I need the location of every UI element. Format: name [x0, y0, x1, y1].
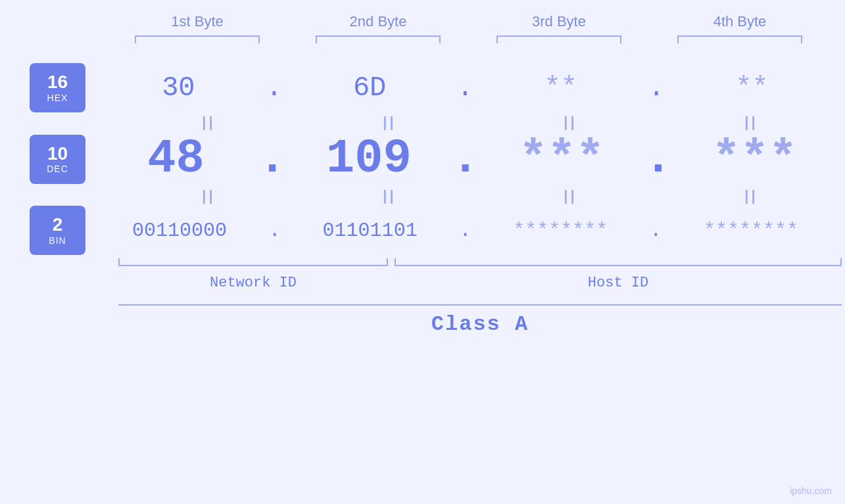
bin-byte4: ******** [679, 219, 823, 242]
eq-sign-3: || [564, 114, 577, 131]
eq-sign-8: || [744, 187, 758, 204]
bin-row: 2 BIN 00110000 . 01101101 . ******** . *… [0, 206, 845, 255]
dec-badge: 10 DEC [30, 135, 85, 184]
dec-byte1: 48 [104, 132, 249, 186]
main-container: 1st Byte 2nd Byte 3rd Byte 4th Byte 16 H… [0, 0, 845, 504]
hex-values: 30 . 6D . ** . ** [85, 72, 845, 104]
top-bracket-row [107, 35, 831, 43]
eq5: || [137, 187, 281, 204]
byte-headers: 1st Byte 2nd Byte 3rd Byte 4th Byte [107, 13, 831, 30]
hex-dot3: . [648, 72, 665, 104]
eq-sign-5: || [202, 187, 215, 204]
hex-row: 16 HEX 30 . 6D . ** . ** [0, 63, 845, 112]
class-row: Class A [118, 304, 842, 336]
bracket-2 [316, 35, 441, 43]
bracket-3 [496, 35, 621, 43]
eq-sign-4: || [744, 114, 758, 131]
dec-badge-number: 10 [47, 144, 68, 164]
host-id-label: Host ID [395, 275, 842, 291]
bin-byte1: 00110000 [107, 219, 252, 242]
class-label: Class A [118, 312, 842, 336]
eq-sign-7: || [564, 187, 577, 204]
dec-byte4: *** [682, 132, 827, 186]
bin-badge: 2 BIN [30, 206, 85, 255]
eq-sign-1: || [202, 114, 215, 131]
host-bracket [395, 258, 842, 266]
eq-sign-6: || [383, 187, 396, 204]
eq1: || [137, 114, 281, 131]
bin-dot1: . [269, 219, 281, 242]
dec-badge-label: DEC [47, 164, 68, 174]
dec-dot2: . [451, 132, 479, 186]
hex-badge-label: HEX [47, 93, 68, 103]
bin-byte2: 01101101 [298, 219, 443, 242]
equals-row-1: || || || || [118, 112, 842, 132]
byte4-label: 4th Byte [667, 13, 812, 30]
eq4: || [679, 114, 824, 131]
hex-badge-number: 16 [47, 72, 68, 93]
eq6: || [318, 187, 462, 204]
network-id-label: Network ID [118, 275, 388, 291]
hex-byte2: 6D [297, 72, 442, 104]
dec-row: 10 DEC 48 . 109 . *** . *** [0, 132, 845, 186]
hex-byte1: 30 [106, 72, 251, 104]
bin-byte3: ******** [488, 219, 633, 242]
byte2-label: 2nd Byte [306, 13, 450, 30]
hex-dot2: . [457, 72, 473, 104]
hex-badge: 16 HEX [30, 63, 85, 112]
eq3: || [498, 114, 643, 131]
bin-badge-number: 2 [53, 215, 63, 235]
dec-byte3: *** [489, 132, 634, 186]
watermark: ipshu.com [790, 486, 832, 496]
dec-dot1: . [258, 132, 287, 186]
hex-byte3: ** [489, 72, 633, 104]
dec-dot3: . [644, 132, 672, 186]
eq-sign-2: || [383, 114, 396, 131]
byte1-label: 1st Byte [125, 13, 270, 30]
eq7: || [498, 187, 643, 204]
bottom-bracket-row [118, 258, 842, 266]
bin-dot2: . [459, 219, 471, 242]
equals-row-2: || || || || [118, 186, 842, 206]
dec-byte2: 109 [297, 132, 441, 186]
bin-dot3: . [650, 219, 662, 242]
eq2: || [318, 114, 462, 131]
bin-values: 00110000 . 01101101 . ******** . *******… [85, 219, 845, 242]
eq8: || [679, 187, 824, 204]
byte3-label: 3rd Byte [487, 13, 631, 30]
dec-values: 48 . 109 . *** . *** [85, 132, 845, 186]
id-labels-row: Network ID Host ID [118, 275, 842, 291]
bin-badge-label: BIN [49, 235, 66, 246]
bracket-4 [677, 35, 802, 43]
hex-byte4: ** [680, 72, 825, 104]
bracket-1 [135, 35, 260, 43]
class-line [118, 304, 842, 306]
hex-dot1: . [266, 72, 282, 104]
network-bracket [118, 258, 388, 266]
